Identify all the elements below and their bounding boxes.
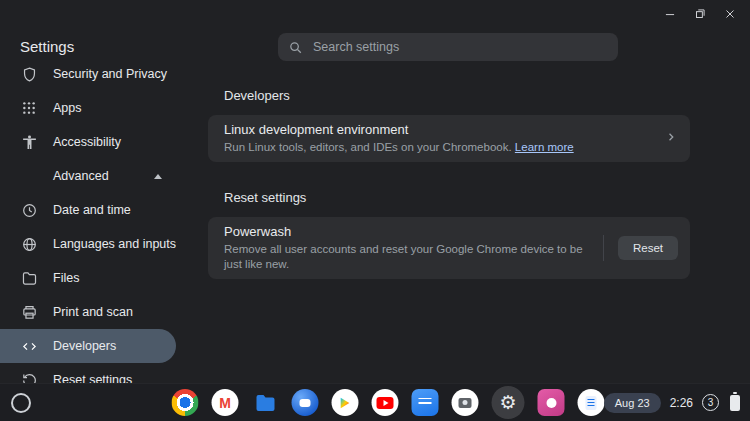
search-bar[interactable] — [278, 33, 618, 61]
status-tray[interactable]: Aug 23 2:26 3 — [604, 393, 740, 413]
section-heading-reset-settings: Reset settings — [224, 190, 690, 205]
shield-icon — [20, 65, 38, 83]
settings-window: Settings Security and Privacy — [0, 0, 750, 421]
play-triangle-icon — [339, 396, 352, 410]
row-title: Powerwash — [224, 224, 589, 240]
reset-icon — [20, 371, 38, 383]
header: Settings — [0, 0, 750, 64]
youtube-play-icon — [377, 397, 394, 409]
messages-app-icon[interactable] — [292, 389, 319, 416]
row-title: Linux development environment — [224, 122, 650, 138]
learn-more-link[interactable]: Learn more — [515, 141, 574, 153]
document-page-icon — [586, 396, 597, 410]
settings-app-icon[interactable]: ⚙ — [495, 389, 522, 416]
youtube-app-icon[interactable] — [372, 389, 399, 416]
date-pill[interactable]: Aug 23 — [604, 393, 661, 413]
restore-icon[interactable] — [692, 6, 708, 22]
globe-icon — [20, 235, 38, 253]
folder-icon — [20, 269, 38, 287]
sidebar-item-developers[interactable]: Developers — [0, 329, 176, 363]
accessibility-icon — [20, 133, 38, 151]
battery-icon — [730, 395, 740, 411]
launcher-icon[interactable] — [11, 393, 31, 413]
gallery-app-icon[interactable] — [538, 389, 565, 416]
blank-icon — [20, 167, 38, 185]
sidebar-item-label: Print and scan — [53, 305, 133, 319]
camera-lens-icon — [459, 398, 472, 408]
reset-button[interactable]: Reset — [618, 236, 678, 260]
play-store-app-icon[interactable] — [332, 389, 359, 416]
shelf: M — [0, 383, 750, 421]
section-heading-developers: Developers — [224, 88, 690, 103]
docs-app-icon[interactable] — [412, 389, 439, 416]
gear-icon: ⚙ — [499, 393, 516, 412]
files-app-icon[interactable] — [252, 389, 279, 416]
search-input[interactable] — [313, 40, 608, 54]
document-app-icon[interactable] — [578, 389, 605, 416]
sidebar-item-security-and-privacy[interactable]: Security and Privacy — [0, 64, 176, 91]
main-content: Developers Linux development environment… — [176, 64, 750, 383]
minimize-icon[interactable] — [662, 6, 678, 22]
blue-folder-icon — [253, 391, 277, 415]
sidebar-item-label: Reset settings — [53, 373, 132, 383]
row-description: Run Linux tools, editors, and IDEs on yo… — [224, 140, 650, 155]
sidebar-item-label: Date and time — [53, 203, 131, 217]
row-description: Remove all user accounts and reset your … — [224, 242, 589, 272]
code-icon — [20, 337, 38, 355]
printer-icon — [20, 303, 38, 321]
sidebar-item-label: Files — [53, 271, 79, 285]
sidebar-item-label: Advanced — [53, 169, 109, 183]
sidebar-item-label: Accessibility — [53, 135, 121, 149]
sidebar-item-label: Apps — [53, 101, 82, 115]
page-title: Settings — [20, 38, 74, 55]
gmail-m-glyph: M — [219, 396, 231, 410]
sidebar-item-files[interactable]: Files — [0, 261, 176, 295]
shelf-apps: M — [172, 386, 605, 419]
row-description-text: Run Linux tools, editors, and IDEs on yo… — [224, 141, 512, 153]
clock-time: 2:26 — [670, 396, 693, 410]
sidebar: Security and Privacy Apps — [0, 64, 176, 383]
sidebar-item-label: Security and Privacy — [53, 67, 167, 81]
apps-grid-icon — [20, 99, 38, 117]
sidebar-item-print-and-scan[interactable]: Print and scan — [0, 295, 176, 329]
sidebar-item-apps[interactable]: Apps — [0, 91, 176, 125]
sidebar-item-date-and-time[interactable]: Date and time — [0, 193, 176, 227]
search-icon — [288, 40, 303, 55]
linux-development-environment-row[interactable]: Linux development environment Run Linux … — [208, 115, 690, 162]
chevron-right-icon — [664, 130, 678, 148]
window-controls — [662, 6, 738, 22]
sidebar-item-accessibility[interactable]: Accessibility — [0, 125, 176, 159]
sidebar-item-languages-and-inputs[interactable]: Languages and inputs — [0, 227, 176, 261]
sidebar-item-label: Developers — [53, 339, 116, 353]
gmail-app-icon[interactable]: M — [212, 389, 239, 416]
notification-count-badge: 3 — [702, 394, 719, 411]
sidebar-item-reset-settings[interactable]: Reset settings — [0, 363, 176, 383]
clock-icon — [20, 201, 38, 219]
divider — [603, 235, 604, 261]
caret-up-icon — [154, 174, 162, 179]
camera-app-icon[interactable] — [452, 389, 479, 416]
close-icon[interactable] — [722, 6, 738, 22]
chrome-app-icon[interactable] — [172, 389, 199, 416]
sidebar-item-label: Languages and inputs — [53, 237, 176, 251]
settings-app-active-highlight[interactable]: ⚙ — [492, 386, 525, 419]
powerwash-row: Powerwash Remove all user accounts and r… — [208, 217, 690, 279]
sidebar-item-advanced[interactable]: Advanced — [0, 159, 176, 193]
